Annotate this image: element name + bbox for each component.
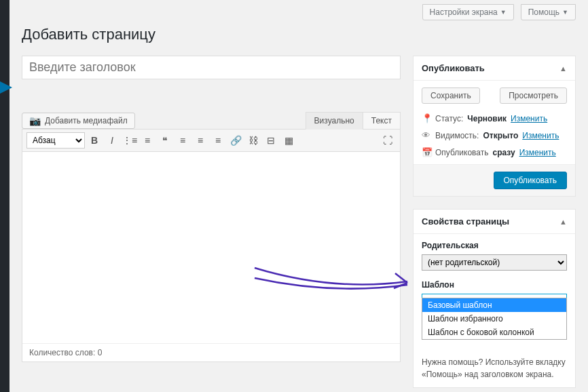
help-label: Помощь xyxy=(528,7,559,17)
quote-icon[interactable]: ❝ xyxy=(157,132,173,149)
triangle-up-icon: ▲ xyxy=(559,64,567,73)
page-attributes-box: Свойства страницы ▲ Родительская (нет ро… xyxy=(413,209,576,388)
tab-text[interactable]: Текст xyxy=(363,112,401,130)
attributes-help-text: Нужна помощь? Используйте вкладку «Помощ… xyxy=(422,356,567,380)
add-media-button[interactable]: 📷 Добавить медиафайл xyxy=(22,113,135,129)
visibility-label: Видимость: xyxy=(435,131,479,140)
save-draft-button[interactable]: Сохранить xyxy=(422,87,480,104)
word-count-status: Количество слов: 0 xyxy=(22,343,400,361)
link-icon[interactable]: 🔗 xyxy=(227,132,244,149)
align-left-icon[interactable]: ≡ xyxy=(174,132,191,149)
status-label: Статус: xyxy=(435,114,463,123)
chevron-down-icon: ▼ xyxy=(562,9,568,16)
edit-visibility-link[interactable]: Изменить xyxy=(522,131,559,140)
eye-icon: 👁 xyxy=(422,130,431,140)
edit-schedule-link[interactable]: Изменить xyxy=(519,148,556,157)
template-dropdown-open: Базовый шаблон Шаблон избранного Шаблон … xyxy=(422,298,567,340)
page-title: Добавить страницу xyxy=(22,26,576,43)
calendar-icon: 📅 xyxy=(422,147,431,157)
help-tab[interactable]: Помощь ▼ xyxy=(521,4,576,20)
page-attributes-title: Свойства страницы xyxy=(422,216,509,227)
edit-status-link[interactable]: Изменить xyxy=(511,114,547,123)
editor-toolbar: Абзац B I ⋮≡ ≡ ❝ ≡ ≡ ≡ 🔗 ⛓ ⊟ ▦ ⛶ xyxy=(22,129,401,152)
template-option[interactable]: Базовый шаблон xyxy=(422,298,566,312)
media-icon: 📷 xyxy=(29,115,41,126)
bold-icon[interactable]: B xyxy=(86,132,103,149)
add-media-label: Добавить медиафайл xyxy=(45,116,128,125)
toolbar-toggle-icon[interactable]: ▦ xyxy=(280,132,297,149)
publish-label: Опубликовать xyxy=(435,148,488,157)
tab-visual[interactable]: Визуально xyxy=(306,112,363,130)
template-label: Шаблон xyxy=(422,280,567,290)
publish-box-header[interactable]: Опубликовать ▲ xyxy=(414,56,575,81)
screen-options-label: Настройки экрана xyxy=(430,7,498,17)
screen-options-tab[interactable]: Настройки экрана ▼ xyxy=(422,4,514,20)
template-option[interactable]: Шаблон избранного xyxy=(422,312,566,326)
fullscreen-icon[interactable]: ⛶ xyxy=(380,132,396,149)
parent-select[interactable]: (нет родительской) xyxy=(422,254,567,271)
page-attributes-header[interactable]: Свойства страницы ▲ xyxy=(414,210,575,234)
triangle-up-icon: ▲ xyxy=(559,218,567,226)
align-center-icon[interactable]: ≡ xyxy=(192,132,208,149)
post-title-input[interactable] xyxy=(22,56,401,79)
more-icon[interactable]: ⊟ xyxy=(263,132,279,149)
template-option[interactable]: Шаблон с боковой колонкой xyxy=(422,326,566,339)
preview-button[interactable]: Просмотреть xyxy=(500,87,567,104)
pin-icon: 📍 xyxy=(422,113,431,123)
format-select[interactable]: Абзац xyxy=(26,132,85,149)
publish-button[interactable]: Опубликовать xyxy=(494,172,567,189)
chevron-down-icon: ▼ xyxy=(500,9,507,16)
status-value: Черновик xyxy=(467,114,507,123)
align-right-icon[interactable]: ≡ xyxy=(210,132,226,149)
number-list-icon[interactable]: ≡ xyxy=(139,132,155,149)
parent-label: Родительская xyxy=(422,241,567,250)
unlink-icon[interactable]: ⛓ xyxy=(245,132,261,149)
admin-menu-collapsed xyxy=(0,0,10,392)
bullet-list-icon[interactable]: ⋮≡ xyxy=(122,132,138,149)
publish-box-title: Опубликовать xyxy=(422,63,485,73)
publish-value: сразу xyxy=(492,148,515,157)
editor-content[interactable]: Количество слов: 0 xyxy=(22,152,401,362)
visibility-value: Открыто xyxy=(483,131,518,140)
italic-icon[interactable]: I xyxy=(104,132,120,149)
publish-box: Опубликовать ▲ Сохранить Просмотреть 📍 С… xyxy=(413,56,576,197)
